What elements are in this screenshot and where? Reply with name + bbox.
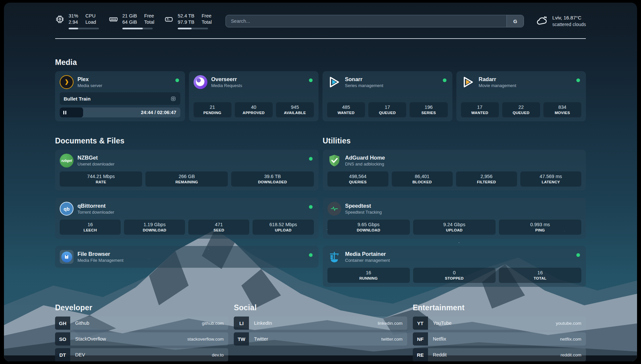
now-playing-title: Bullet Train bbox=[64, 96, 91, 102]
pause-icon[interactable] bbox=[63, 111, 66, 114]
stat-pending: 21PENDING bbox=[194, 102, 231, 117]
stat-filtered: 2,956FILTERED bbox=[456, 171, 517, 187]
app-card-nzbget[interactable]: nzbgetNZBGetUsenet downloader744.21 Mbps… bbox=[55, 150, 319, 191]
stat-label: PENDING bbox=[195, 111, 230, 115]
usage-progress-bar bbox=[178, 28, 208, 29]
bookmark-reddit[interactable]: RERedditreddit.com bbox=[413, 348, 586, 361]
stat-total: 16TOTAL bbox=[499, 268, 581, 283]
stat-label: LEECH bbox=[61, 228, 119, 232]
bookmark-url: github.com bbox=[202, 321, 228, 326]
bookmark-youtube[interactable]: YTYouTubeyoutube.com bbox=[413, 317, 586, 330]
app-subtitle: Usenet downloader bbox=[77, 162, 114, 167]
stat-label: RUNNING bbox=[329, 276, 409, 280]
status-online-dot bbox=[309, 157, 313, 161]
bookmark-sections: DeveloperGHGithubgithub.comSOStackOverfl… bbox=[55, 303, 586, 361]
dashboard-screen: 31%2.94CPULoad21 GiB64 GiBFreeTotal52.4 … bbox=[4, 3, 637, 361]
portainer-logo bbox=[327, 250, 341, 264]
stat-leech: 16LEECH bbox=[60, 220, 121, 235]
app-name: qBittorrent bbox=[77, 202, 114, 209]
usage-progress-bar bbox=[122, 28, 153, 29]
stat-upload: 9.24 GbpsUPLOAD bbox=[413, 220, 496, 235]
app-name: Speedtest bbox=[345, 202, 382, 209]
app-card-plex[interactable]: PlexMedia serverBullet Train24:44 / 02:0… bbox=[55, 71, 185, 121]
app-card-qbittorrent[interactable]: qbqBittorrentTorrent downloader16LEECH1.… bbox=[55, 198, 319, 239]
playback-progress-bar[interactable]: 24:44 / 02:06:47 bbox=[60, 107, 180, 117]
sonarr-logo bbox=[327, 75, 341, 89]
bookmark-url: stackoverflow.com bbox=[187, 337, 228, 342]
qbittorrent-logo: qb bbox=[60, 202, 74, 216]
search-engine-button[interactable]: G bbox=[506, 15, 524, 27]
section-title-media: Media bbox=[55, 58, 586, 67]
app-name: NZBGet bbox=[77, 154, 114, 161]
app-card-sonarr[interactable]: SonarrSeries management485WANTED17QUEUED… bbox=[322, 71, 452, 121]
speedtest-logo bbox=[327, 202, 341, 216]
section-title-documents: Documents & Files bbox=[55, 136, 319, 145]
stat-wanted: 485WANTED bbox=[327, 102, 365, 117]
weather-condition: scattered clouds bbox=[552, 21, 586, 28]
bookmark-group-developer: DeveloperGHGithubgithub.comSOStackOverfl… bbox=[55, 303, 228, 361]
bookmark-dev[interactable]: DTDEVdev.to bbox=[55, 348, 228, 361]
stat-blocked: 86,401BLOCKED bbox=[392, 171, 453, 187]
app-card-speedtest[interactable]: SpeedtestSpeedtest Tracking9.65 GbpsDOWN… bbox=[323, 198, 586, 239]
app-card-adguard[interactable]: AdGuard HomeDNS and adblocking498,564QUE… bbox=[323, 150, 586, 191]
section-media: Media PlexMedia serverBullet Train24:44 … bbox=[55, 58, 586, 121]
stat-value: 744.21 Mbps bbox=[61, 174, 141, 179]
stat-label: WANTED bbox=[328, 111, 364, 115]
cpu-icon bbox=[55, 15, 64, 24]
bookmark-url: youtube.com bbox=[556, 321, 586, 326]
stat-label: STOPPED bbox=[414, 276, 494, 280]
system-stats: 31%2.94CPULoad21 GiB64 GiBFreeTotal52.4 … bbox=[55, 13, 212, 29]
system-stat-storage: 52.4 TB97.9 TBFreeTotal bbox=[164, 13, 212, 29]
status-online-dot bbox=[309, 78, 313, 82]
stat-downloaded: 39.6 TBDOWNLOADED bbox=[231, 171, 314, 187]
stat-label: WANTED bbox=[462, 111, 498, 115]
bookmark-github[interactable]: GHGithubgithub.com bbox=[55, 317, 228, 330]
stat-value: 834 bbox=[545, 105, 580, 110]
status-online-dot bbox=[309, 205, 313, 209]
bookmark-linkedin[interactable]: LILinkedInlinkedin.com bbox=[234, 317, 407, 330]
app-name: Sonarr bbox=[345, 76, 383, 83]
usage-progress-bar bbox=[69, 28, 99, 29]
dashboard-content: 31%2.94CPULoad21 GiB64 GiBFreeTotal52.4 … bbox=[4, 3, 637, 361]
stat-value: 16 bbox=[329, 270, 409, 275]
app-card-radarr[interactable]: RadarrMovie management17WANTED22QUEUED83… bbox=[456, 71, 586, 121]
bookmark-badge: LI bbox=[234, 317, 249, 330]
app-card-filebrowser[interactable]: File BrowserMedia File Management bbox=[55, 246, 319, 268]
app-card-portainer[interactable]: Media PortainerContainer management16RUN… bbox=[323, 246, 586, 287]
bookmark-badge: RE bbox=[413, 348, 428, 361]
bookmark-badge: TW bbox=[234, 332, 249, 346]
stat-value: 17 bbox=[462, 105, 498, 110]
stat-upload: 618.52 MbpsUPLOAD bbox=[253, 220, 314, 235]
bookmark-twitter[interactable]: TWTwittertwitter.com bbox=[234, 332, 407, 346]
app-card-overseerr[interactable]: OverseerrMedia Requests21PENDING40APPROV… bbox=[189, 71, 319, 121]
stream-icon bbox=[170, 96, 176, 102]
top-bar: 31%2.94CPULoad21 GiB64 GiBFreeTotal52.4 … bbox=[55, 3, 586, 32]
search-bar: G bbox=[226, 15, 524, 27]
stat-label: APPROVED bbox=[236, 111, 271, 115]
app-name: File Browser bbox=[77, 251, 123, 258]
bookmark-label: Netflix bbox=[433, 336, 446, 342]
app-name: Radarr bbox=[479, 76, 516, 83]
section-title-developer: Developer bbox=[55, 303, 228, 312]
status-online-dot bbox=[309, 253, 313, 257]
bookmark-netflix[interactable]: NFNetflixnetflix.com bbox=[413, 332, 586, 346]
bookmark-url: linkedin.com bbox=[378, 321, 407, 326]
bookmark-label: LinkedIn bbox=[254, 320, 272, 326]
bookmark-label: Reddit bbox=[433, 352, 447, 357]
bookmark-badge: SO bbox=[55, 332, 70, 346]
bookmark-stackoverflow[interactable]: SOStackOverflowstackoverflow.com bbox=[55, 332, 228, 346]
stat-value: 266 GB bbox=[147, 174, 227, 179]
filebrowser-logo bbox=[60, 250, 74, 264]
stat-running: 16RUNNING bbox=[327, 268, 410, 283]
overseerr-logo bbox=[194, 75, 207, 89]
stat-series: 196SERIES bbox=[410, 102, 447, 117]
stat-values: 21 GiB64 GiB bbox=[122, 13, 137, 25]
stat-label: LATENCY bbox=[522, 180, 580, 184]
app-subtitle: Container management bbox=[345, 258, 390, 263]
section-title-utilities: Utilities bbox=[323, 136, 586, 145]
status-online-dot bbox=[443, 78, 446, 82]
ram-icon bbox=[109, 15, 118, 24]
stat-value: 16 bbox=[61, 222, 119, 227]
search-input[interactable] bbox=[226, 15, 524, 27]
stat-label: UPLOAD bbox=[414, 228, 494, 232]
